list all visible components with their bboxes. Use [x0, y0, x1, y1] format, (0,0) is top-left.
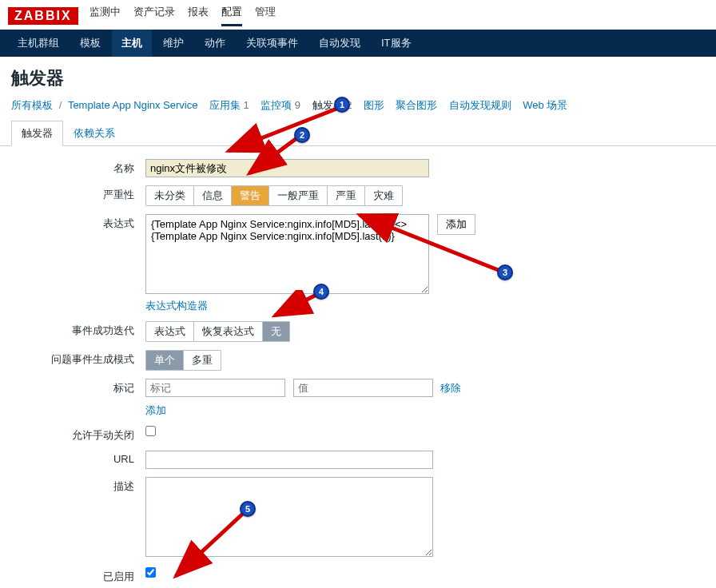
pm-0[interactable]: 单个	[146, 351, 184, 370]
crumb-monitor-n: 9	[295, 99, 300, 111]
crumb-appset-n: 1	[244, 99, 249, 111]
annotation-badge-4: 4	[313, 284, 329, 300]
logo: ZABBIX	[8, 7, 78, 25]
annotation-badge-2: 2	[294, 127, 310, 143]
tag-add-link[interactable]: 添加	[145, 404, 166, 416]
topnav-admin[interactable]: 管理	[255, 5, 276, 26]
crumb-all-templates[interactable]: 所有模板	[11, 99, 53, 111]
name-input[interactable]	[145, 159, 429, 177]
top-bar: ZABBIX 监测中 资产记录 报表 配置 管理	[0, 0, 716, 30]
label-name: 名称	[11, 159, 145, 176]
subnav-discovery[interactable]: 自动发现	[309, 30, 370, 57]
crumb-discover[interactable]: 自动发现规则	[449, 99, 511, 111]
tab-dependencies[interactable]: 依赖关系	[63, 121, 125, 145]
tabs: 触发器 依赖关系	[0, 121, 716, 146]
annotation-badge-5: 5	[240, 501, 256, 517]
label-problem-mode: 问题事件生成模式	[11, 350, 145, 367]
crumb-web[interactable]: Web 场景	[523, 99, 567, 111]
crumb-graphs[interactable]: 图形	[364, 99, 384, 111]
sev-5[interactable]: 灾难	[365, 186, 402, 205]
label-url: URL	[11, 451, 145, 465]
event-ok-buttons: 表达式 恢复表达式 无	[145, 321, 290, 342]
form: 名称 严重性 未分类 信息 警告 一般严重 严重 灾难 表达式 添加 表达式构造…	[0, 146, 716, 588]
problem-mode-buttons: 单个 多重	[145, 350, 221, 371]
expression-builder-link[interactable]: 表达式构造器	[145, 300, 208, 312]
tag-remove-link[interactable]: 移除	[440, 382, 461, 394]
subnav-hostgroups[interactable]: 主机群组	[8, 30, 69, 57]
crumb-appset[interactable]: 应用集	[209, 99, 241, 111]
label-event-ok: 事件成功迭代	[11, 321, 145, 338]
label-severity: 严重性	[11, 185, 145, 202]
subnav-correlation[interactable]: 关联项事件	[237, 30, 308, 57]
tab-trigger[interactable]: 触发器	[11, 121, 63, 146]
page-title: 触发器	[0, 57, 716, 95]
tag-key-input[interactable]	[145, 379, 285, 397]
subnav-templates[interactable]: 模板	[70, 30, 110, 57]
label-enabled: 已启用	[11, 567, 145, 584]
topnav-config[interactable]: 配置	[221, 5, 242, 26]
crumb-monitor[interactable]: 监控项	[261, 99, 292, 111]
sev-2[interactable]: 警告	[232, 186, 269, 205]
subnav-actions[interactable]: 动作	[195, 30, 235, 57]
crumb-template[interactable]: Template App Nginx Service	[68, 99, 198, 111]
add-expression-button[interactable]: 添加	[437, 214, 475, 235]
sev-3[interactable]: 一般严重	[269, 186, 328, 205]
sev-0[interactable]: 未分类	[146, 186, 194, 205]
label-expression: 表达式	[11, 214, 145, 231]
crumb-aggr[interactable]: 聚合图形	[396, 99, 437, 111]
expression-textarea[interactable]	[145, 214, 429, 294]
allow-manual-checkbox[interactable]	[145, 426, 156, 436]
sev-1[interactable]: 信息	[194, 186, 232, 205]
evok-1[interactable]: 恢复表达式	[194, 322, 263, 341]
sub-nav: 主机群组 模板 主机 维护 动作 关联项事件 自动发现 IT服务	[0, 30, 716, 57]
url-input[interactable]	[145, 451, 433, 469]
top-nav: 监测中 资产记录 报表 配置 管理	[90, 5, 276, 26]
subnav-maintenance[interactable]: 维护	[153, 30, 193, 57]
annotation-badge-3: 3	[497, 264, 513, 280]
label-tags: 标记	[11, 379, 145, 395]
severity-buttons: 未分类 信息 警告 一般严重 严重 灾难	[145, 185, 403, 206]
annotation-badge-1: 1	[334, 97, 350, 113]
evok-2[interactable]: 无	[263, 322, 289, 341]
label-allow-manual: 允许手动关闭	[11, 426, 145, 443]
tag-value-input[interactable]	[293, 379, 433, 397]
label-description: 描述	[11, 477, 145, 494]
subnav-hosts[interactable]: 主机	[112, 30, 152, 57]
topnav-monitor[interactable]: 监测中	[90, 5, 121, 26]
breadcrumb: 所有模板 / Template App Nginx Service 应用集 1 …	[0, 95, 716, 121]
topnav-assets[interactable]: 资产记录	[133, 5, 175, 26]
evok-0[interactable]: 表达式	[146, 322, 194, 341]
enabled-checkbox[interactable]	[145, 567, 156, 578]
pm-1[interactable]: 多重	[184, 351, 221, 370]
subnav-itservices[interactable]: IT服务	[372, 30, 421, 57]
description-textarea[interactable]	[145, 477, 433, 557]
sev-4[interactable]: 严重	[328, 186, 365, 205]
topnav-reports[interactable]: 报表	[188, 5, 209, 26]
